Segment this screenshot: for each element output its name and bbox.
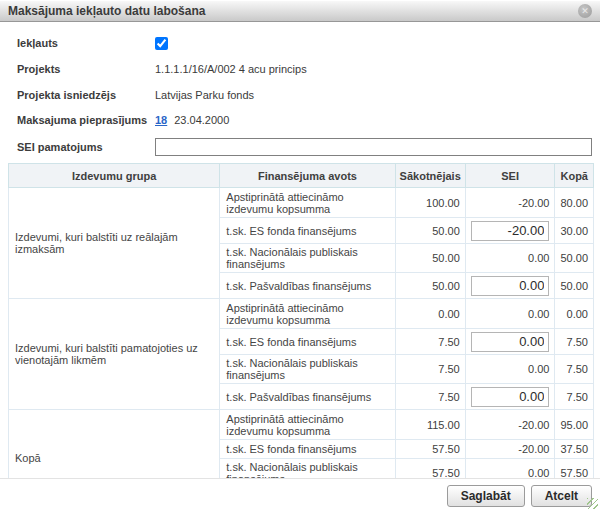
cancel-button[interactable]: Atcelt	[531, 485, 592, 507]
sei-cell: -20.00	[465, 410, 555, 440]
payment-request-link[interactable]: 18	[155, 114, 167, 126]
initial-cell: 57.50	[395, 440, 465, 459]
initial-cell: 50.00	[395, 273, 465, 299]
resize-handle-icon[interactable]	[587, 498, 598, 509]
table-header-row: Izdevumu grupa Finansējuma avots Sākotnē…	[9, 164, 594, 188]
total-cell: 7.50	[555, 329, 594, 355]
group-name: Izdevumi, kuri balstīti uz reālajām izma…	[9, 188, 220, 299]
payment-request-value: 1823.04.2000	[155, 114, 229, 126]
sei-cell: 0.00	[465, 244, 555, 273]
total-cell: 95.00	[555, 410, 594, 440]
total-cell: 80.00	[555, 188, 594, 218]
sei-cell: -20.00	[465, 188, 555, 218]
header-total: Kopā	[555, 164, 594, 188]
initial-cell: 0.00	[395, 299, 465, 329]
total-cell: 0.00	[555, 299, 594, 329]
payment-request-date: 23.04.2000	[174, 114, 229, 126]
applicant-value: Latvijas Parku fonds	[155, 89, 254, 101]
project-value: 1.1.1.1/16/A/002 4 acu princips	[155, 63, 307, 75]
total-cell: 7.50	[555, 384, 594, 410]
initial-cell: 115.00	[395, 410, 465, 440]
table-row: Izdevumi, kuri balstīti pamatojoties uz …	[9, 299, 594, 329]
sei-reason-input[interactable]	[155, 138, 592, 156]
table-row: Izdevumi, kuri balstīti uz reālajām izma…	[9, 188, 594, 218]
group-name: Izdevumi, kuri balstīti pamatojoties uz …	[9, 299, 220, 410]
source-cell: t.sk. ES fonda finansējums	[220, 329, 395, 355]
sei-input[interactable]	[471, 221, 549, 241]
close-icon[interactable]: ✕	[578, 4, 592, 18]
source-cell: t.sk. Pašvaldības finansējums	[220, 273, 395, 299]
initial-cell: 7.50	[395, 329, 465, 355]
source-cell: Apstiprinātā attiecināmo izdevumu kopsum…	[220, 299, 395, 329]
source-cell: Apstiprinātā attiecināmo izdevumu kopsum…	[220, 188, 395, 218]
sei-cell: 0.00	[465, 355, 555, 384]
initial-cell: 100.00	[395, 188, 465, 218]
sei-cell	[465, 384, 555, 410]
included-checkbox[interactable]	[155, 37, 168, 50]
source-cell: t.sk. Nacionālais publiskais finansējums	[220, 244, 395, 273]
sei-input[interactable]	[471, 332, 549, 352]
source-cell: t.sk. ES fonda finansējums	[220, 440, 395, 459]
cost-table: Izdevumu grupa Finansējuma avots Sākotnē…	[8, 163, 594, 507]
sei-cell	[465, 218, 555, 244]
total-cell: 30.00	[555, 218, 594, 244]
initial-cell: 7.50	[395, 384, 465, 410]
dialog-titlebar: Maksājuma iekļauto datu labošana ✕	[0, 0, 600, 22]
dialog-footer: Saglabāt Atcelt	[0, 478, 600, 511]
initial-cell: 50.00	[395, 244, 465, 273]
project-label: Projekts	[17, 63, 60, 75]
sei-reason-label: SEI pamatojums	[17, 141, 103, 153]
sei-input[interactable]	[471, 276, 549, 296]
source-cell: t.sk. ES fonda finansējums	[220, 218, 395, 244]
sei-cell	[465, 273, 555, 299]
total-cell: 50.00	[555, 273, 594, 299]
sei-input[interactable]	[471, 387, 549, 407]
header-source: Finansējuma avots	[220, 164, 395, 188]
initial-cell: 7.50	[395, 355, 465, 384]
total-cell: 37.50	[555, 440, 594, 459]
total-cell: 50.00	[555, 244, 594, 273]
source-cell: t.sk. Nacionālais publiskais finansējums	[220, 355, 395, 384]
header-sei: SEI	[465, 164, 555, 188]
dialog-title: Maksājuma iekļauto datu labošana	[8, 4, 578, 18]
save-button[interactable]: Saglabāt	[447, 485, 525, 507]
payment-request-label: Maksajuma pieprasījums	[17, 114, 147, 126]
source-cell: Apstiprinātā attiecināmo izdevumu kopsum…	[220, 410, 395, 440]
total-cell: 7.50	[555, 355, 594, 384]
sei-cell: -20.00	[465, 440, 555, 459]
sei-cell	[465, 329, 555, 355]
header-initial: Sākotnējais	[395, 164, 465, 188]
source-cell: t.sk. Pašvaldības finansējums	[220, 384, 395, 410]
sei-cell: 0.00	[465, 299, 555, 329]
included-label: Iekļauts	[17, 37, 58, 49]
initial-cell: 50.00	[395, 218, 465, 244]
applicant-label: Projekta isniedzējs	[17, 89, 116, 101]
table-row: Kopā Apstiprinātā attiecināmo izdevumu k…	[9, 410, 594, 440]
header-group: Izdevumu grupa	[9, 164, 220, 188]
